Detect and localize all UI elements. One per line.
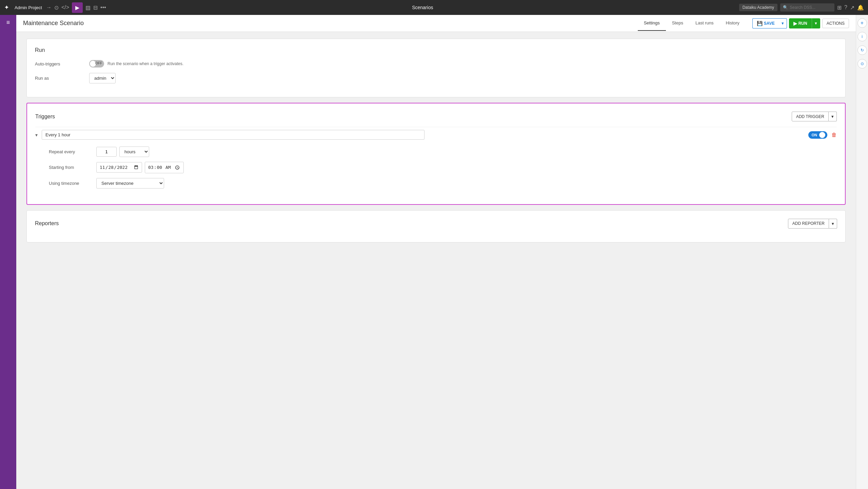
add-reporter-button[interactable]: ADD REPORTER [788,219,829,229]
timezone-control: Server timezone UTC US/Eastern US/Pacifi… [96,178,164,189]
add-reporter-dropdown-button[interactable]: ▾ [829,219,837,229]
save-icon: 💾 [757,21,763,26]
secondary-nav: Maintenance Scenario Settings Steps Last… [16,15,856,32]
starting-from-row: Starting from [49,162,837,173]
nav-icon-doc[interactable]: ⊟ [93,4,98,11]
nav-icon-code[interactable]: </> [61,4,69,11]
triggers-title: Triggers [35,114,55,120]
repeat-every-row: Repeat every hours minutes days weeks mo… [49,146,837,157]
repeat-every-label: Repeat every [49,149,96,154]
nav-tabs: Settings Steps Last runs History [638,16,746,31]
trigger-on-toggle[interactable]: ON [808,131,828,139]
triggers-card: Triggers ADD TRIGGER ▾ ▾ ON [26,103,846,205]
workspace-badge[interactable]: Dataiku Academy [739,4,777,11]
run-as-label: Run as [35,76,89,81]
save-dropdown-button[interactable]: ▾ [779,18,787,28]
reporters-card: Reporters ADD REPORTER ▾ [26,210,846,242]
repeat-every-control: hours minutes days weeks months [96,146,149,157]
save-button-group: 💾 SAVE ▾ [752,18,787,28]
page-title: Maintenance Scenario [23,20,638,27]
auto-triggers-label: Auto-triggers [35,61,89,66]
timezone-row: Using timezone Server timezone UTC US/Ea… [49,178,837,189]
trigger-on-label: ON [812,133,817,137]
add-trigger-dropdown-button[interactable]: ▾ [829,112,837,121]
timezone-label: Using timezone [49,181,96,186]
tab-settings[interactable]: Settings [638,16,666,31]
trigger-chevron-icon[interactable]: ▾ [35,132,38,138]
sidebar-menu-icon[interactable]: ≡ [6,19,10,26]
search-input[interactable] [780,3,834,12]
project-name: Admin Project [15,5,42,10]
help-icon[interactable]: ? [844,4,847,11]
run-button-group: ▶ RUN ▾ [789,18,820,28]
reporters-title: Reporters [35,220,59,227]
run-as-row: Run as admin [35,73,837,83]
run-card: Run Auto-triggers OFF Run the scenario w… [26,39,846,97]
starting-from-control [96,162,184,173]
right-side-info-icon[interactable]: i [857,32,867,41]
right-side-add-icon[interactable]: + [857,18,867,28]
timezone-select[interactable]: Server timezone UTC US/Eastern US/Pacifi… [96,178,164,189]
nav-icon-arrow[interactable]: → [46,4,52,11]
sidebar: ≡ [0,15,16,489]
nav-icon-grid[interactable]: ▨ [85,4,91,11]
apps-icon[interactable]: ⊞ [837,4,842,11]
nav-icon-more[interactable]: ••• [100,4,106,11]
right-side-panel: + i ↻ ⊙ [856,15,868,489]
repeat-every-unit-select[interactable]: hours minutes days weeks months [119,146,149,157]
save-button[interactable]: 💾 SAVE [752,18,779,28]
main-layout: ≡ Maintenance Scenario Settings Steps La… [0,15,868,489]
logo-icon: ✦ [4,4,9,11]
starting-from-date-input[interactable] [96,162,142,173]
nav-icon-circle[interactable]: ⊙ [54,4,59,11]
run-as-select[interactable]: admin [89,73,116,83]
add-reporter-button-group: ADD REPORTER ▾ [788,219,837,229]
tab-history[interactable]: History [719,16,745,31]
right-side-history-icon[interactable]: ⊙ [857,59,867,69]
trigger-row: ▾ ON 🗑 [35,127,837,142]
add-trigger-button[interactable]: ADD TRIGGER [792,112,829,121]
actions-button[interactable]: ACTIONS [822,19,849,28]
tab-steps[interactable]: Steps [666,16,689,31]
repeat-every-input[interactable] [96,147,117,157]
add-trigger-button-group: ADD TRIGGER ▾ [792,112,837,121]
auto-triggers-description: Run the scenario when a trigger activate… [107,61,183,66]
run-button[interactable]: ▶ RUN [789,18,812,28]
right-side-refresh-icon[interactable]: ↻ [857,45,867,55]
scenarios-label: Scenarios [412,5,433,10]
trend-icon[interactable]: ↗ [850,4,854,11]
reporters-header: Reporters ADD REPORTER ▾ [35,219,837,229]
nav-icon-play[interactable]: ▶ [72,2,83,13]
auto-triggers-toggle[interactable]: OFF [89,60,104,67]
tab-last-runs[interactable]: Last runs [689,16,719,31]
top-nav: ✦ Admin Project → ⊙ </> ▶ ▨ ⊟ ••• Scenar… [0,0,868,15]
starting-from-time-input[interactable] [145,162,184,173]
run-icon: ▶ [793,21,797,26]
trigger-details: Repeat every hours minutes days weeks mo… [35,142,837,196]
content-area: Run Auto-triggers OFF Run the scenario w… [16,32,856,489]
notification-icon[interactable]: 🔔 [857,4,864,11]
auto-triggers-row: Auto-triggers OFF Run the scenario when … [35,60,837,67]
trigger-name-input[interactable] [42,130,425,140]
main-content: Maintenance Scenario Settings Steps Last… [16,15,856,489]
run-card-title: Run [35,47,837,53]
trigger-toggle-knob [819,132,825,138]
nav-actions: 💾 SAVE ▾ ▶ RUN ▾ ACTIONS [752,18,849,28]
toggle-off-label: OFF [95,61,102,65]
triggers-header: Triggers ADD TRIGGER ▾ [35,112,837,121]
run-as-control: admin [89,73,837,83]
starting-from-label: Starting from [49,165,96,170]
search-icon: 🔍 [783,5,788,10]
search-wrap: 🔍 [780,3,834,12]
auto-triggers-control: OFF Run the scenario when a trigger acti… [89,60,837,67]
run-dropdown-button[interactable]: ▾ [812,18,820,28]
trigger-delete-icon[interactable]: 🗑 [831,132,837,138]
